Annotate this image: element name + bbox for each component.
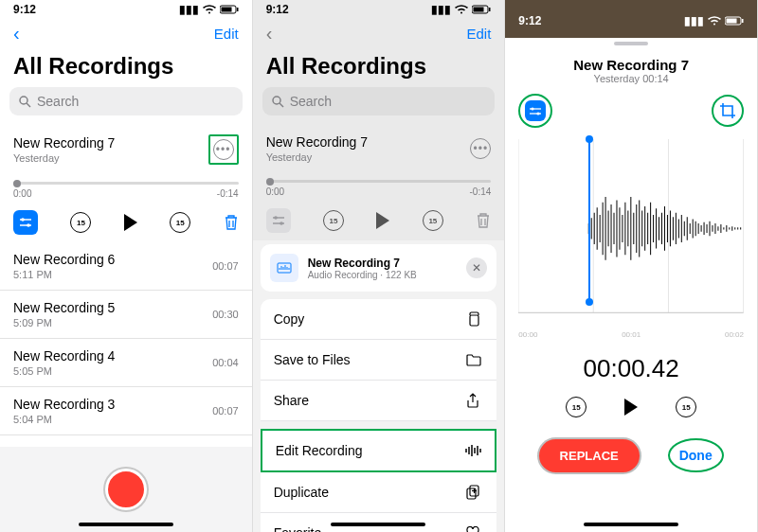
svg-point-3 bbox=[20, 97, 27, 104]
skip-forward-button[interactable]: 15 bbox=[676, 397, 696, 417]
home-indicator[interactable] bbox=[79, 523, 173, 526]
action-edit-recording[interactable]: Edit Recording bbox=[261, 429, 497, 472]
screen-action-sheet: 9:12 ▮▮▮ ‹ Edit All Recordings Search Ne… bbox=[253, 0, 506, 532]
battery-icon bbox=[472, 5, 491, 14]
action-label: Copy bbox=[274, 311, 305, 327]
recording-sub: Yesterday 00:14 bbox=[505, 73, 757, 84]
action-copy[interactable]: Copy bbox=[261, 299, 497, 340]
player-controls: 15 15 bbox=[0, 201, 252, 242]
time-end: -0:14 bbox=[217, 188, 239, 199]
signal-icon: ▮▮▮ bbox=[431, 3, 451, 16]
svg-rect-2 bbox=[237, 8, 239, 11]
svg-point-17 bbox=[280, 222, 283, 225]
record-bar bbox=[0, 447, 252, 532]
back-button[interactable]: ‹ bbox=[13, 23, 20, 44]
time-start: 0:00 bbox=[266, 186, 284, 197]
nav-bar: ‹ Edit bbox=[253, 19, 505, 47]
recording-item[interactable]: New Recording 45:05 PM00:04 bbox=[0, 339, 252, 387]
edit-button[interactable]: Edit bbox=[214, 26, 239, 42]
action-duplicate[interactable]: Duplicate bbox=[261, 472, 497, 513]
recording-duration: 00:30 bbox=[212, 309, 239, 320]
selected-recording[interactable]: New Recording 7 Yesterday ••• bbox=[0, 125, 252, 174]
status-right: ▮▮▮ bbox=[684, 14, 744, 27]
done-button[interactable]: Done bbox=[679, 448, 713, 463]
recording-sub: Yesterday bbox=[266, 151, 368, 163]
highlight-more: ••• bbox=[208, 134, 239, 165]
status-right: ▮▮▮ bbox=[179, 3, 239, 16]
status-bar: 9:12 ▮▮▮ bbox=[253, 0, 505, 19]
options-button[interactable] bbox=[525, 100, 546, 121]
recording-sub: 5:04 PM bbox=[13, 414, 115, 425]
nav-bar: ‹ Edit bbox=[0, 19, 252, 47]
svg-rect-1 bbox=[221, 8, 231, 12]
play-button bbox=[376, 212, 389, 229]
status-right: ▮▮▮ bbox=[431, 3, 491, 16]
scrubber[interactable]: 0:00 -0:14 bbox=[0, 174, 252, 201]
action-save-to-files[interactable]: Save to Files bbox=[261, 340, 497, 381]
playhead[interactable] bbox=[588, 139, 590, 302]
file-icon bbox=[270, 254, 298, 282]
page-title: All Recordings bbox=[253, 47, 505, 87]
skip-back-button[interactable]: 15 bbox=[70, 212, 91, 233]
waveform[interactable] bbox=[518, 139, 744, 328]
record-button[interactable] bbox=[105, 469, 147, 510]
sheet-file-name: New Recording 7 bbox=[308, 257, 417, 270]
status-time: 9:12 bbox=[13, 3, 36, 16]
recording-sub: Yesterday bbox=[13, 152, 115, 164]
recording-name: New Recording 7 bbox=[13, 135, 115, 151]
recording-item[interactable]: New Recording 35:04 PM00:07 bbox=[0, 387, 252, 435]
recording-item[interactable]: New Recording 55:09 PM00:30 bbox=[0, 291, 252, 339]
status-time: 9:12 bbox=[518, 14, 541, 27]
options-button[interactable] bbox=[13, 210, 38, 235]
recording-item[interactable]: New Recording 65:11 PM00:07 bbox=[0, 242, 252, 291]
action-share[interactable]: Share bbox=[261, 381, 497, 421]
skip-back-button[interactable]: 15 bbox=[566, 397, 587, 417]
recording-name: New Recording 3 bbox=[13, 397, 115, 412]
play-button[interactable] bbox=[124, 214, 137, 231]
home-indicator[interactable] bbox=[584, 523, 678, 526]
recording-sub: 5:11 PM bbox=[13, 269, 115, 280]
tick-label: 00:02 bbox=[725, 330, 744, 339]
selected-recording[interactable]: New Recording 7 Yesterday ••• bbox=[253, 125, 505, 172]
recording-duration: 00:07 bbox=[212, 260, 239, 272]
svg-point-15 bbox=[274, 216, 278, 220]
heart-icon bbox=[466, 526, 483, 532]
svg-point-40 bbox=[532, 107, 534, 110]
options-button bbox=[266, 208, 291, 233]
action-label: Save to Files bbox=[274, 352, 351, 367]
svg-rect-38 bbox=[742, 19, 744, 23]
more-button[interactable]: ••• bbox=[213, 139, 234, 160]
play-button[interactable] bbox=[624, 399, 638, 416]
duplicate-icon bbox=[466, 485, 483, 500]
close-button[interactable]: ✕ bbox=[466, 257, 487, 278]
trim-button[interactable] bbox=[718, 101, 737, 120]
skip-forward-button[interactable]: 15 bbox=[170, 212, 190, 233]
edit-button[interactable]: Edit bbox=[466, 26, 491, 42]
highlight-trim bbox=[712, 95, 744, 127]
share-sheet-header: New Recording 7 Audio Recording · 122 KB… bbox=[261, 244, 497, 292]
action-list: CopySave to FilesShareEdit RecordingDupl… bbox=[261, 299, 497, 532]
back-button[interactable]: ‹ bbox=[266, 23, 273, 44]
action-label: Duplicate bbox=[274, 485, 329, 500]
recording-name: New Recording 6 bbox=[13, 252, 115, 267]
search-icon bbox=[19, 96, 31, 108]
svg-point-42 bbox=[537, 112, 540, 115]
delete-button[interactable] bbox=[224, 214, 239, 231]
more-button[interactable]: ••• bbox=[470, 138, 491, 159]
highlight-options bbox=[518, 94, 552, 128]
search-input[interactable]: Search bbox=[262, 87, 496, 115]
time-ticks: 00:00 00:01 00:02 bbox=[505, 328, 757, 341]
svg-rect-11 bbox=[489, 8, 491, 11]
scrubber[interactable]: 0:00 -0:14 bbox=[253, 172, 505, 199]
sheet-grabber[interactable] bbox=[614, 42, 648, 45]
tick-label: 00:00 bbox=[518, 330, 537, 339]
action-label: Share bbox=[274, 393, 309, 408]
signal-icon: ▮▮▮ bbox=[179, 3, 199, 16]
home-indicator[interactable] bbox=[331, 523, 425, 526]
action-label: Favorite bbox=[274, 525, 322, 532]
replace-button[interactable]: REPLACE bbox=[539, 439, 640, 472]
search-input[interactable]: Search bbox=[9, 87, 243, 115]
action-label: Edit Recording bbox=[276, 443, 363, 458]
svg-point-6 bbox=[21, 218, 25, 222]
svg-line-13 bbox=[280, 103, 283, 107]
